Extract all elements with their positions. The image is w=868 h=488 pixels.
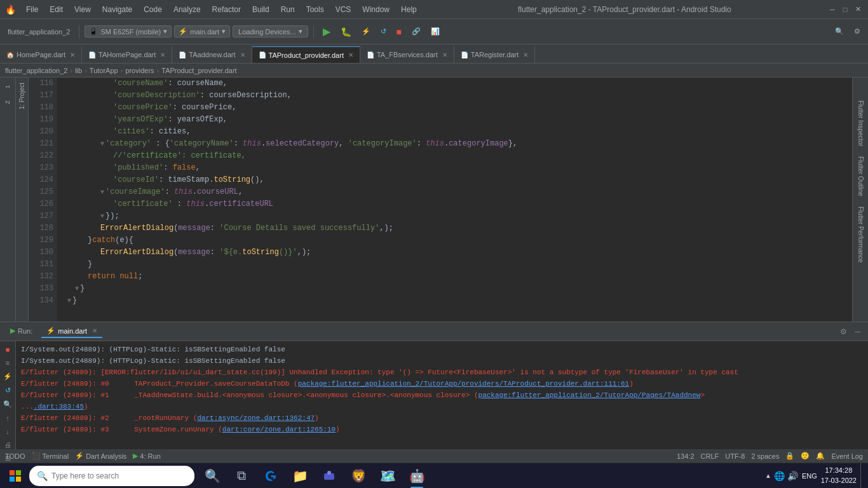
encoding-indicator[interactable]: UTF-8 xyxy=(725,452,745,460)
run-tab-main[interactable]: ⚡ main.dart ✕ xyxy=(41,325,102,338)
notification-icon-btn[interactable]: 🔔 xyxy=(816,452,825,460)
scroll-down-btn[interactable]: ↓ xyxy=(4,426,11,437)
filter-output-btn[interactable]: 🔍 xyxy=(1,398,14,410)
taskbar-app-taskview[interactable]: ⧉ xyxy=(227,463,255,489)
stop-run-btn[interactable]: ■ xyxy=(4,344,12,355)
tray-volume-icon[interactable]: 🔊 xyxy=(787,471,798,481)
error-link-1[interactable]: package:flutter_application_2/TutorApp/p… xyxy=(298,380,630,388)
menu-analyze[interactable]: Analyze xyxy=(168,4,206,15)
loading-devices-btn[interactable]: Loading Devices... ▾ xyxy=(233,25,308,37)
stop-button[interactable]: ■ xyxy=(393,25,405,39)
tab-taproduct-provider[interactable]: 📄 TAProduct_provider.dart ✕ xyxy=(252,46,360,63)
run-tab-run[interactable]: ▶ Run: xyxy=(5,325,37,338)
show-desktop-btn[interactable] xyxy=(860,463,865,489)
run-status-btn[interactable]: ▶ 4: Run xyxy=(133,452,160,460)
minimize-run-btn[interactable]: ─ xyxy=(852,326,863,337)
menu-edit[interactable]: Edit xyxy=(44,4,68,15)
search-everywhere-btn[interactable]: 🔍 xyxy=(831,25,848,37)
structure-btn[interactable]: Z xyxy=(1,95,15,109)
breadcrumb-providers[interactable]: providers xyxy=(125,67,154,74)
event-log-btn[interactable]: Event Log xyxy=(831,452,863,460)
menu-navigate[interactable]: Navigate xyxy=(97,4,137,15)
language-indicator[interactable]: ENG xyxy=(802,472,817,480)
attach-debugger-btn[interactable]: 🔗 xyxy=(408,25,424,37)
taskbar-app-brave[interactable]: 🦁 xyxy=(344,463,372,489)
print-btn[interactable]: 🖨 xyxy=(3,439,13,451)
menu-tools[interactable]: Tools xyxy=(301,4,329,15)
flutter-hot-restart-btn[interactable]: ↺ xyxy=(377,25,390,37)
maximize-button[interactable]: □ xyxy=(840,4,850,15)
menu-run[interactable]: Run xyxy=(276,4,300,15)
todo-btn[interactable]: TODO xyxy=(5,452,25,460)
menu-code[interactable]: Code xyxy=(139,4,167,15)
run-button[interactable]: ▶ xyxy=(319,24,334,39)
menu-view[interactable]: View xyxy=(69,4,96,15)
menu-vcs[interactable]: VCS xyxy=(330,4,356,15)
tab-ta-fbservices[interactable]: 📄 TA_FBservices.dart ✕ xyxy=(360,46,454,63)
menu-file[interactable]: File xyxy=(21,4,43,15)
error-link-3[interactable]: .dart:383:45 xyxy=(34,403,84,410)
main-dart-selector[interactable]: ⚡ main.dart ▾ xyxy=(174,25,230,37)
indent-indicator[interactable]: 2 spaces xyxy=(751,452,779,460)
menu-refactor[interactable]: Refactor xyxy=(207,4,246,15)
menu-help[interactable]: Help xyxy=(396,4,422,15)
taskbar-app-search[interactable]: 🔍 xyxy=(198,463,226,489)
debug-button[interactable]: 🐛 xyxy=(337,25,355,39)
tab-close-homepage[interactable]: ✕ xyxy=(70,51,75,58)
taskbar-app-edge[interactable] xyxy=(257,463,285,489)
menu-window[interactable]: Window xyxy=(357,4,395,15)
tab-close-taproduct[interactable]: ✕ xyxy=(348,51,353,58)
position-indicator[interactable]: 134:2 xyxy=(677,452,695,460)
project-name-btn[interactable]: flutter_application_2 xyxy=(4,26,74,37)
code-editor[interactable]: 116 117 118 119 120 121 122 123 124 125 … xyxy=(29,78,852,322)
project-panel-btn[interactable]: 1 xyxy=(1,80,15,94)
close-button[interactable]: ✕ xyxy=(853,4,863,15)
console-tab-btn[interactable]: ≡ xyxy=(4,357,11,369)
tab-tahomepage[interactable]: 📄 TAHomePage.dart ✕ xyxy=(82,46,172,63)
tab-homepage[interactable]: 🏠 HomePage.dart ✕ xyxy=(0,46,82,63)
error-link-4[interactable]: dart:async/zone.dart:1362:47 xyxy=(197,414,315,422)
device-selector[interactable]: 📱 SM E625F (mobile) ▾ xyxy=(85,25,172,37)
menu-build[interactable]: Build xyxy=(247,4,275,15)
flutter-outline-panel-btn[interactable]: Flutter Outline xyxy=(856,152,865,200)
error-link-5[interactable]: dart:core/zone.dart:1265:10 xyxy=(222,426,336,433)
tab-close-taaddnew[interactable]: ✕ xyxy=(240,51,245,58)
run-main-close[interactable]: ✕ xyxy=(92,327,97,334)
tab-close-fbservices[interactable]: ✕ xyxy=(442,51,447,58)
flutter-hot-restart-run-btn[interactable]: ↺ xyxy=(3,384,13,396)
tab-close-tahomepage[interactable]: ✕ xyxy=(160,51,165,58)
tab-taregister[interactable]: 📄 TARegister.dart ✕ xyxy=(454,46,536,63)
taskbar-app-maps[interactable]: 🗺️ xyxy=(374,463,402,489)
settings-run-btn[interactable]: ⚙ xyxy=(837,326,850,337)
dart-analysis-btn[interactable]: ⚡ Dart Analysis xyxy=(75,452,126,460)
settings-btn[interactable]: ⚙ xyxy=(850,25,864,37)
line-ending-indicator[interactable]: CRLF xyxy=(701,452,719,460)
breadcrumb-lib[interactable]: lib xyxy=(75,67,82,74)
taskbar-app-files[interactable]: 📁 xyxy=(286,463,314,489)
flutter-performance-panel-btn[interactable]: Flutter Performance xyxy=(856,203,865,266)
clock[interactable]: 17:34:28 17-03-2022 xyxy=(821,466,857,485)
lock-icon-btn[interactable]: 🔒 xyxy=(785,452,794,460)
code-content[interactable]: 'courseName': courseName, 'courseDescrip… xyxy=(57,78,852,322)
tab-close-taregister[interactable]: ✕ xyxy=(523,51,528,58)
coverage-btn[interactable]: 📊 xyxy=(427,25,444,37)
flutter-inspector-panel-btn[interactable]: Flutter Inspector xyxy=(856,97,865,150)
taskbar-search-input[interactable] xyxy=(51,471,187,480)
tab-taaddnew[interactable]: 📄 TAaddnew.dart ✕ xyxy=(172,46,252,63)
flutter-hot-reload-btn[interactable]: ⚡ xyxy=(358,25,374,37)
taskbar-app-android-studio[interactable]: 🤖 xyxy=(403,463,431,489)
minimize-button[interactable]: ─ xyxy=(827,4,837,15)
breadcrumb-file[interactable]: TAProduct_provider.dart xyxy=(161,67,236,74)
emoji-icon-btn[interactable]: 🙂 xyxy=(801,452,810,460)
taskbar-app-teams[interactable] xyxy=(315,463,343,489)
breadcrumb-tutorapp[interactable]: TutorApp xyxy=(90,67,118,74)
flutter-hot-reload-run-btn[interactable]: ⚡ xyxy=(1,370,14,383)
start-button[interactable] xyxy=(3,463,28,489)
tray-arrow-btn[interactable]: ▲ xyxy=(765,472,771,479)
tray-network-icon[interactable]: 🌐 xyxy=(774,471,785,481)
scroll-up-btn[interactable]: ↑ xyxy=(4,412,11,424)
breadcrumb-project[interactable]: flutter_application_2 xyxy=(5,67,67,74)
terminal-btn[interactable]: ⬛ Terminal xyxy=(32,452,69,460)
error-link-2[interactable]: package:flutter_application_2/TutorApp/P… xyxy=(478,391,701,399)
taskbar-search[interactable]: 🔍 xyxy=(29,466,194,486)
